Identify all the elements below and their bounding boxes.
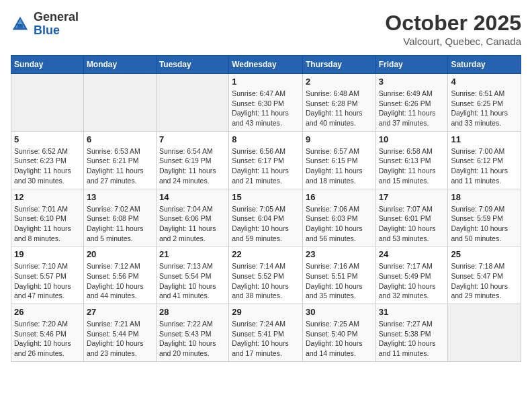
weekday-header: Sunday (11, 56, 84, 74)
svg-rect-2 (17, 24, 23, 28)
day-info: Sunrise: 6:48 AM Sunset: 6:28 PM Dayligh… (306, 89, 373, 128)
calendar-cell: 20Sunrise: 7:12 AM Sunset: 5:56 PM Dayli… (83, 246, 156, 304)
calendar-cell: 14Sunrise: 7:04 AM Sunset: 6:06 PM Dayli… (156, 189, 228, 246)
day-number: 5 (14, 134, 81, 144)
calendar-table: SundayMondayTuesdayWednesdayThursdayFrid… (11, 55, 521, 362)
day-info: Sunrise: 7:10 AM Sunset: 5:57 PM Dayligh… (14, 261, 81, 301)
calendar-cell: 4Sunrise: 6:51 AM Sunset: 6:25 PM Daylig… (448, 74, 521, 132)
day-number: 11 (451, 134, 518, 144)
weekday-header: Saturday (448, 56, 521, 74)
day-number: 13 (87, 192, 153, 202)
day-info: Sunrise: 7:21 AM Sunset: 5:44 PM Dayligh… (87, 319, 153, 359)
day-info: Sunrise: 7:04 AM Sunset: 6:06 PM Dayligh… (159, 204, 226, 244)
page-header: General Blue October 2025 Valcourt, Queb… (11, 11, 521, 47)
calendar-cell: 26Sunrise: 7:20 AM Sunset: 5:46 PM Dayli… (11, 304, 84, 362)
calendar-week-row: 5Sunrise: 6:52 AM Sunset: 6:23 PM Daylig… (11, 131, 521, 189)
day-number: 12 (14, 192, 81, 202)
calendar-cell: 10Sunrise: 6:58 AM Sunset: 6:13 PM Dayli… (375, 131, 448, 189)
day-number: 19 (14, 249, 81, 259)
calendar-cell (156, 74, 228, 132)
day-number: 30 (306, 307, 373, 317)
calendar-cell (448, 304, 521, 362)
day-info: Sunrise: 7:06 AM Sunset: 6:03 PM Dayligh… (306, 204, 373, 244)
title-block: October 2025 Valcourt, Quebec, Canada (385, 11, 521, 47)
weekday-header: Tuesday (156, 56, 228, 74)
calendar-cell: 5Sunrise: 6:52 AM Sunset: 6:23 PM Daylig… (11, 131, 84, 189)
day-number: 22 (232, 249, 300, 259)
day-number: 21 (159, 249, 226, 259)
calendar-cell: 17Sunrise: 7:07 AM Sunset: 6:01 PM Dayli… (375, 189, 448, 246)
weekday-header-row: SundayMondayTuesdayWednesdayThursdayFrid… (11, 56, 521, 74)
day-info: Sunrise: 7:13 AM Sunset: 5:54 PM Dayligh… (159, 261, 226, 301)
logo-text: General Blue (34, 11, 79, 38)
day-number: 27 (87, 307, 153, 317)
day-info: Sunrise: 7:00 AM Sunset: 6:12 PM Dayligh… (451, 146, 518, 186)
calendar-cell: 12Sunrise: 7:01 AM Sunset: 6:10 PM Dayli… (11, 189, 84, 246)
day-info: Sunrise: 6:57 AM Sunset: 6:15 PM Dayligh… (306, 146, 373, 186)
calendar-cell: 31Sunrise: 7:27 AM Sunset: 5:38 PM Dayli… (375, 304, 448, 362)
day-number: 16 (306, 192, 373, 202)
day-info: Sunrise: 7:20 AM Sunset: 5:46 PM Dayligh… (14, 319, 81, 359)
day-info: Sunrise: 6:53 AM Sunset: 6:21 PM Dayligh… (87, 146, 153, 186)
day-info: Sunrise: 7:24 AM Sunset: 5:41 PM Dayligh… (232, 319, 300, 359)
calendar-week-row: 1Sunrise: 6:47 AM Sunset: 6:30 PM Daylig… (11, 74, 521, 132)
day-info: Sunrise: 6:51 AM Sunset: 6:25 PM Dayligh… (451, 89, 518, 128)
calendar-cell: 18Sunrise: 7:09 AM Sunset: 5:59 PM Dayli… (448, 189, 521, 246)
day-number: 18 (451, 192, 518, 202)
calendar-cell: 25Sunrise: 7:18 AM Sunset: 5:47 PM Dayli… (448, 246, 521, 304)
logo-general-text: General (34, 11, 79, 24)
calendar-week-row: 19Sunrise: 7:10 AM Sunset: 5:57 PM Dayli… (11, 246, 521, 304)
day-info: Sunrise: 7:22 AM Sunset: 5:43 PM Dayligh… (159, 319, 226, 359)
day-number: 7 (159, 134, 226, 144)
calendar-cell: 16Sunrise: 7:06 AM Sunset: 6:03 PM Dayli… (302, 189, 375, 246)
calendar-cell: 6Sunrise: 6:53 AM Sunset: 6:21 PM Daylig… (83, 131, 156, 189)
calendar-cell: 22Sunrise: 7:14 AM Sunset: 5:52 PM Dayli… (229, 246, 303, 304)
day-number: 15 (232, 192, 300, 202)
day-info: Sunrise: 6:58 AM Sunset: 6:13 PM Dayligh… (379, 146, 445, 186)
day-info: Sunrise: 6:52 AM Sunset: 6:23 PM Dayligh… (14, 146, 81, 186)
day-info: Sunrise: 6:56 AM Sunset: 6:17 PM Dayligh… (232, 146, 300, 186)
day-number: 24 (379, 249, 445, 259)
calendar-cell: 8Sunrise: 6:56 AM Sunset: 6:17 PM Daylig… (229, 131, 303, 189)
day-info: Sunrise: 7:16 AM Sunset: 5:51 PM Dayligh… (306, 261, 373, 301)
calendar-cell: 23Sunrise: 7:16 AM Sunset: 5:51 PM Dayli… (302, 246, 375, 304)
day-info: Sunrise: 7:14 AM Sunset: 5:52 PM Dayligh… (232, 261, 300, 301)
weekday-header: Thursday (302, 56, 375, 74)
day-number: 10 (379, 134, 445, 144)
day-number: 20 (87, 249, 153, 259)
day-info: Sunrise: 6:49 AM Sunset: 6:26 PM Dayligh… (379, 89, 445, 128)
day-number: 1 (232, 77, 300, 87)
calendar-cell: 7Sunrise: 6:54 AM Sunset: 6:19 PM Daylig… (156, 131, 228, 189)
calendar-cell: 9Sunrise: 6:57 AM Sunset: 6:15 PM Daylig… (302, 131, 375, 189)
day-info: Sunrise: 6:54 AM Sunset: 6:19 PM Dayligh… (159, 146, 226, 186)
logo-blue-text: Blue (34, 24, 79, 38)
calendar-cell: 13Sunrise: 7:02 AM Sunset: 6:08 PM Dayli… (83, 189, 156, 246)
day-number: 31 (379, 307, 445, 317)
calendar-cell: 19Sunrise: 7:10 AM Sunset: 5:57 PM Dayli… (11, 246, 84, 304)
calendar-cell: 15Sunrise: 7:05 AM Sunset: 6:04 PM Dayli… (229, 189, 303, 246)
calendar-cell: 3Sunrise: 6:49 AM Sunset: 6:26 PM Daylig… (375, 74, 448, 132)
location-subtitle: Valcourt, Quebec, Canada (385, 36, 521, 47)
weekday-header: Monday (83, 56, 156, 74)
day-number: 9 (306, 134, 373, 144)
calendar-cell: 11Sunrise: 7:00 AM Sunset: 6:12 PM Dayli… (448, 131, 521, 189)
day-number: 17 (379, 192, 445, 202)
calendar-cell (83, 74, 156, 132)
logo: General Blue (11, 11, 79, 38)
day-number: 28 (159, 307, 226, 317)
calendar-cell (11, 74, 84, 132)
calendar-cell: 30Sunrise: 7:25 AM Sunset: 5:40 PM Dayli… (302, 304, 375, 362)
day-number: 29 (232, 307, 300, 317)
calendar-cell: 29Sunrise: 7:24 AM Sunset: 5:41 PM Dayli… (229, 304, 303, 362)
logo-icon (11, 15, 30, 34)
weekday-header: Wednesday (229, 56, 303, 74)
day-info: Sunrise: 7:12 AM Sunset: 5:56 PM Dayligh… (87, 261, 153, 301)
day-number: 14 (159, 192, 226, 202)
day-info: Sunrise: 7:01 AM Sunset: 6:10 PM Dayligh… (14, 204, 81, 244)
day-info: Sunrise: 7:25 AM Sunset: 5:40 PM Dayligh… (306, 319, 373, 359)
day-info: Sunrise: 6:47 AM Sunset: 6:30 PM Dayligh… (232, 89, 300, 128)
day-number: 26 (14, 307, 81, 317)
calendar-week-row: 12Sunrise: 7:01 AM Sunset: 6:10 PM Dayli… (11, 189, 521, 246)
day-number: 25 (451, 249, 518, 259)
calendar-cell: 24Sunrise: 7:17 AM Sunset: 5:49 PM Dayli… (375, 246, 448, 304)
